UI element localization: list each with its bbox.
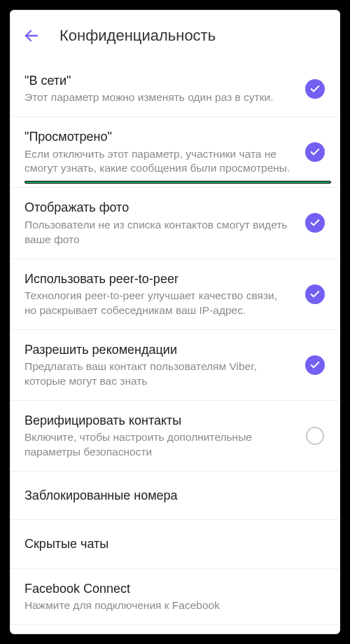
setting-title: Разрешить рекомендации xyxy=(24,341,290,358)
setting-blocked-numbers[interactable]: Заблокированные номера xyxy=(10,472,340,520)
setting-subtitle: Если отключить этот параметр, участники … xyxy=(24,147,290,177)
setting-title: Использовать peer-to-peer xyxy=(24,270,290,287)
setting-subtitle: Включите, чтобы настроить дополнительные… xyxy=(24,430,290,460)
setting-title: "В сети" xyxy=(24,72,290,89)
highlight-underline xyxy=(24,181,331,184)
setting-subtitle: Пользователи не из списка контактов смог… xyxy=(24,218,290,247)
setting-title: Отображать фото xyxy=(24,199,290,216)
setting-subtitle: Этот параметр можно изменять один раз в … xyxy=(24,90,290,105)
check-circle-icon[interactable] xyxy=(305,79,325,99)
empty-circle-icon[interactable] xyxy=(306,427,324,445)
check-circle-icon[interactable] xyxy=(305,213,325,233)
setting-show-photo[interactable]: Отображать фото Пользователи не из списк… xyxy=(10,188,340,259)
setting-subtitle: Нажмите для подключения к Facebook xyxy=(24,598,323,613)
check-circle-icon[interactable] xyxy=(305,142,325,162)
setting-hidden-chats[interactable]: Скрытые чаты xyxy=(10,520,340,568)
setting-facebook-connect[interactable]: Facebook Connect Нажмите для подключения… xyxy=(10,569,340,625)
setting-verify-contacts[interactable]: Верифицировать контакты Включите, чтобы … xyxy=(10,401,340,472)
setting-peer-to-peer[interactable]: Использовать peer-to-peer Технология pee… xyxy=(10,259,340,330)
check-circle-icon[interactable] xyxy=(305,285,325,304)
page-title: Конфиденциальность xyxy=(59,27,216,45)
settings-screen: Конфиденциальность "В сети" Этот парамет… xyxy=(10,10,340,634)
app-bar: Конфиденциальность xyxy=(10,11,340,61)
setting-title: Верифицировать контакты xyxy=(24,412,290,429)
check-circle-icon[interactable] xyxy=(305,355,325,375)
setting-title: Заблокированные номера xyxy=(24,487,323,504)
setting-allow-recommendations[interactable]: Разрешить рекомендации Предлагать ваш ко… xyxy=(10,330,340,401)
setting-subtitle: Предлагать ваш контакт пользователям Vib… xyxy=(24,359,290,389)
setting-title: "Просмотрено" xyxy=(24,128,290,145)
setting-personal-data[interactable]: Личные данные xyxy=(10,625,340,633)
settings-list: "В сети" Этот параметр можно изменять од… xyxy=(10,61,340,633)
setting-seen-status[interactable]: "Просмотрено" Если отключить этот параме… xyxy=(10,117,340,188)
setting-title: Скрытые чаты xyxy=(24,535,323,552)
back-arrow-icon[interactable] xyxy=(23,27,40,44)
setting-online-status[interactable]: "В сети" Этот параметр можно изменять од… xyxy=(10,61,340,117)
setting-subtitle: Технология peer-to-peer улучшает качеств… xyxy=(24,289,290,318)
setting-title: Facebook Connect xyxy=(24,580,323,597)
